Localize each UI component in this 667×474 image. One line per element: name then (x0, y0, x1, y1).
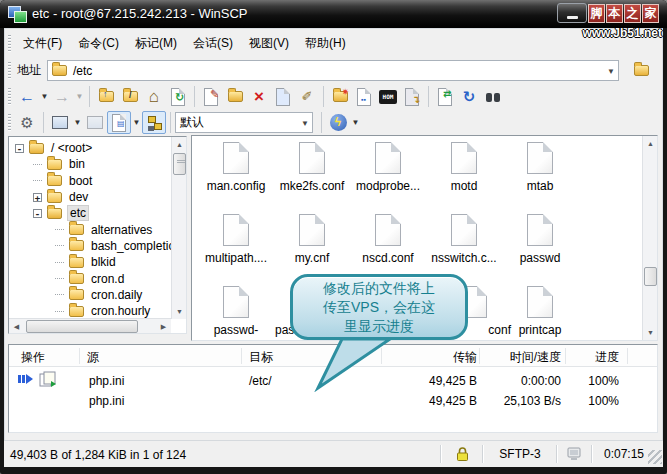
toolbar-grip[interactable] (8, 62, 11, 80)
tree-item-label[interactable]: blkid (89, 255, 118, 269)
file-item[interactable]: mtab (503, 142, 577, 193)
connect-dropdown[interactable]: ▼ (350, 111, 361, 134)
file-item[interactable]: motd (427, 142, 501, 193)
file-item[interactable]: printcap (503, 286, 577, 337)
synchronize-button[interactable]: ⇄ (433, 85, 457, 108)
toolbar-grip[interactable] (8, 88, 11, 106)
queue-source[interactable]: php.ini (89, 374, 124, 388)
custom-command-button[interactable]: ✐ (295, 85, 319, 108)
file-label[interactable]: my.cnf (275, 251, 349, 265)
tree-horizontal-scrollbar[interactable]: ◀ ▶ (9, 318, 171, 333)
tree-item-label[interactable]: / <root> (49, 141, 94, 155)
queue-source[interactable]: php.ini (89, 394, 124, 408)
tree-item-label[interactable]: cron.d (89, 272, 126, 286)
column-operation[interactable]: 操作 (21, 349, 45, 366)
scroll-down-icon[interactable]: ▼ (172, 304, 187, 319)
tree-item-cron-daily[interactable]: cron.daily (9, 287, 186, 303)
tree-view-button[interactable] (142, 111, 166, 134)
tree-collapse-icon[interactable]: - (33, 209, 42, 218)
session-value[interactable]: 默认 (180, 114, 204, 131)
console-button[interactable]: ↴ (400, 85, 424, 108)
file-vertical-scrollbar[interactable]: ▲ ▼ (642, 136, 657, 340)
tree-item-label[interactable]: bin (67, 157, 87, 171)
file-label[interactable]: nsswitch.c... (427, 251, 501, 265)
refresh-button[interactable]: ↻ (166, 85, 190, 108)
tree-item-label[interactable]: cron.hourly (89, 304, 152, 318)
scroll-down-icon[interactable]: ▼ (643, 325, 658, 340)
forward-button[interactable]: → (50, 85, 74, 108)
queue-speed[interactable]: 25,103 B/s (485, 394, 561, 408)
column-target[interactable]: 目标 (249, 349, 273, 366)
file-label[interactable]: mtab (503, 179, 577, 193)
file-item[interactable]: passwd- (199, 286, 273, 337)
file-item[interactable]: multipath.... (199, 214, 273, 265)
preferences-button[interactable]: ⚙ (15, 111, 39, 134)
tree-item-alternatives[interactable]: alternatives (9, 221, 186, 237)
file-label[interactable]: passwd- (199, 323, 273, 337)
root-directory-button[interactable]: / (118, 85, 142, 108)
column-source[interactable]: 源 (87, 349, 99, 366)
menu-session[interactable]: 会话(S) (185, 32, 241, 55)
minimize-button[interactable] (557, 3, 587, 23)
toolbar-grip[interactable] (8, 35, 11, 53)
back-button[interactable]: ← (15, 85, 39, 108)
menu-file[interactable]: 文件(F) (15, 32, 70, 55)
edit-file-button[interactable]: ✎ (199, 85, 223, 108)
tree-item-dev[interactable]: + dev (9, 189, 186, 205)
queue-progress[interactable]: 100% (571, 374, 619, 388)
menu-view[interactable]: 视图(V) (241, 32, 297, 55)
scroll-left-icon[interactable]: ◀ (9, 319, 24, 334)
file-label[interactable]: multipath.... (199, 251, 273, 265)
tree-item-label[interactable]: dev (67, 190, 90, 204)
file-item[interactable]: mke2fs.conf (275, 142, 349, 193)
properties-button[interactable] (271, 85, 295, 108)
resize-grip[interactable] (648, 450, 662, 464)
file-label[interactable]: motd (427, 179, 501, 193)
delete-button[interactable]: × (247, 85, 271, 108)
scrollbar-thumb[interactable] (26, 320, 138, 333)
tree-item-root[interactable]: - / <root> (9, 140, 186, 156)
address-combo[interactable]: /etc ▼ (47, 60, 619, 81)
commander-view-button[interactable] (83, 111, 107, 134)
file-item[interactable]: passwd (503, 214, 577, 265)
tree-item-blkid[interactable]: blkid (9, 254, 186, 270)
file-label[interactable]: modprobe... (351, 179, 425, 193)
forward-dropdown[interactable]: ▼ (74, 85, 85, 108)
tree-item-label[interactable]: boot (67, 174, 94, 188)
column-time-speed[interactable]: 时间/速度 (485, 349, 561, 366)
file-label[interactable]: printcap (503, 323, 577, 337)
tree-item-label[interactable]: bash_completion (89, 239, 184, 253)
open-file-button[interactable] (223, 85, 247, 108)
scroll-up-icon[interactable]: ▲ (643, 136, 658, 151)
status-console[interactable] (559, 444, 589, 464)
connect-button[interactable]: ϟ (326, 111, 350, 134)
parent-directory-button[interactable]: ↑ (94, 85, 118, 108)
file-label[interactable]: mke2fs.conf (275, 179, 349, 193)
queue-transferred[interactable]: 49,425 B (389, 394, 477, 408)
tree-collapse-icon[interactable]: - (15, 144, 24, 153)
column-progress[interactable]: 进度 (571, 349, 619, 366)
menu-mark[interactable]: 标记(M) (127, 32, 185, 55)
tree-item-bash-completion[interactable]: bash_completion (9, 238, 186, 254)
tree-item-bin[interactable]: bin (9, 156, 186, 172)
chevron-down-icon[interactable]: ▼ (301, 119, 309, 128)
refresh-remote-button[interactable]: ↻ (457, 85, 481, 108)
file-item[interactable]: modprobe... (351, 142, 425, 193)
tree-item-cron-d[interactable]: cron.d (9, 270, 186, 286)
title-bar[interactable]: etc - root@67.215.242.213 - WinSCP 脚 本 之… (0, 0, 667, 28)
session-combo[interactable]: 默认 ▼ (175, 112, 313, 133)
chevron-down-icon[interactable]: ▼ (607, 67, 615, 76)
status-lock[interactable] (444, 444, 480, 464)
file-item[interactable]: man.config (199, 142, 273, 193)
tree-item-cron-hourly[interactable]: cron.hourly (9, 303, 186, 319)
queue-target[interactable]: /etc/ (249, 374, 272, 388)
queue-time[interactable]: 0:00:00 (485, 374, 561, 388)
tree-item-boot[interactable]: boot (9, 173, 186, 189)
file-item[interactable]: my.cnf (275, 214, 349, 265)
tree-item-label-selected[interactable]: etc (67, 205, 89, 221)
panels-dropdown[interactable]: ▼ (131, 111, 142, 134)
address-value[interactable]: /etc (73, 64, 92, 78)
open-directory-button[interactable] (629, 59, 653, 82)
status-protocol[interactable]: SFTP-3 (486, 444, 554, 464)
scrollbar-thumb[interactable] (173, 153, 186, 175)
